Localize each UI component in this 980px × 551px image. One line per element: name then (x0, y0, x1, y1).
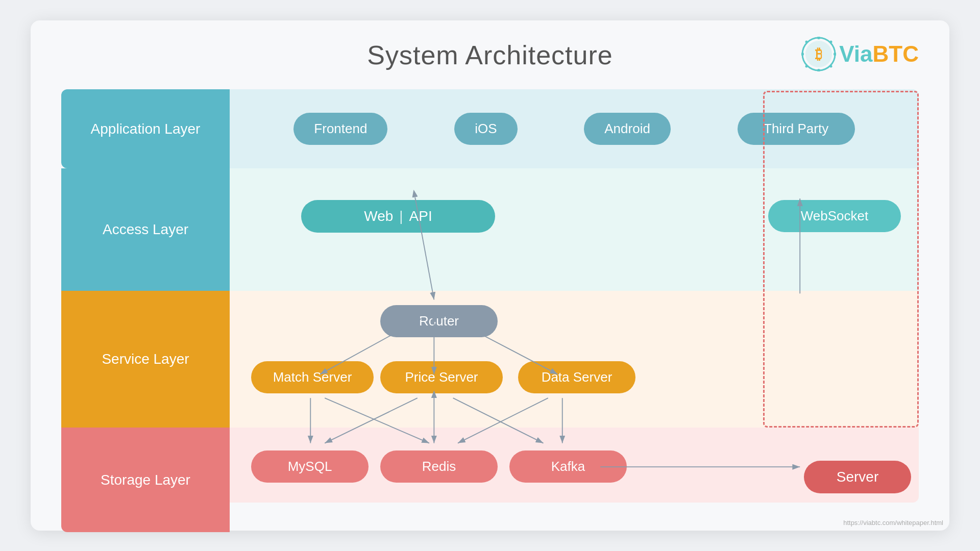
mysql-container: MySQL (251, 450, 369, 483)
architecture-diagram: Application Layer Access Layer Service L… (61, 89, 919, 503)
storage-row: MySQL Redis Kafka Server (230, 428, 919, 503)
android-pill: Android (584, 113, 671, 145)
router-pill: Router (380, 305, 498, 337)
svg-point-6 (801, 53, 804, 56)
webapi-pill: Web | API (301, 200, 495, 233)
kafka-container: Kafka (509, 450, 627, 483)
svg-point-5 (817, 69, 820, 71)
logo-icon: ₿ (801, 37, 836, 71)
main-card: System Architecture ₿ ViaBTC Application… (31, 20, 949, 531)
websocket-container: WebSocket (768, 200, 901, 232)
ios-pill: iOS (454, 113, 517, 145)
service-row: Router Match Server Price Server Data Se… (230, 291, 919, 428)
application-layer-label: Application Layer (61, 89, 230, 168)
price-server-pill: Price Server (380, 361, 503, 393)
kafka-pill: Kafka (509, 450, 627, 483)
server-container: Server (804, 461, 911, 493)
redis-pill: Redis (380, 450, 498, 483)
svg-point-4 (834, 53, 836, 56)
storage-layer-label: Storage Layer (61, 428, 230, 532)
application-row: Frontend iOS Android Third Party (230, 89, 919, 168)
router-container: Router (380, 305, 498, 337)
svg-point-8 (830, 65, 832, 68)
data-server-container: Data Server (518, 361, 635, 393)
server-pill: Server (804, 461, 911, 493)
svg-point-9 (805, 41, 808, 43)
access-row: Web | API WebSocket (230, 168, 919, 291)
frontend-pill: Frontend (293, 113, 387, 145)
webapi-container: Web | API (301, 200, 495, 233)
match-server-pill: Match Server (251, 361, 374, 393)
watermark: https://viabtc.com/whitepaper.html (843, 519, 943, 527)
service-layer-label: Service Layer (61, 291, 230, 428)
svg-point-10 (805, 65, 808, 68)
mysql-pill: MySQL (251, 450, 369, 483)
third-party-pill: Third Party (738, 113, 855, 145)
content-area: Frontend iOS Android Third Party Web | A… (230, 89, 919, 503)
logo: ₿ ViaBTC (801, 37, 919, 71)
price-server-container: Price Server (380, 361, 503, 393)
redis-container: Redis (380, 450, 498, 483)
logo-via: ViaBTC (839, 41, 919, 67)
svg-text:₿: ₿ (815, 46, 822, 62)
match-server-container: Match Server (251, 361, 374, 393)
svg-point-3 (817, 37, 820, 39)
data-server-pill: Data Server (518, 361, 635, 393)
layer-labels: Application Layer Access Layer Service L… (61, 89, 230, 503)
svg-point-7 (830, 41, 832, 43)
access-layer-label: Access Layer (61, 168, 230, 291)
websocket-pill: WebSocket (768, 200, 901, 232)
